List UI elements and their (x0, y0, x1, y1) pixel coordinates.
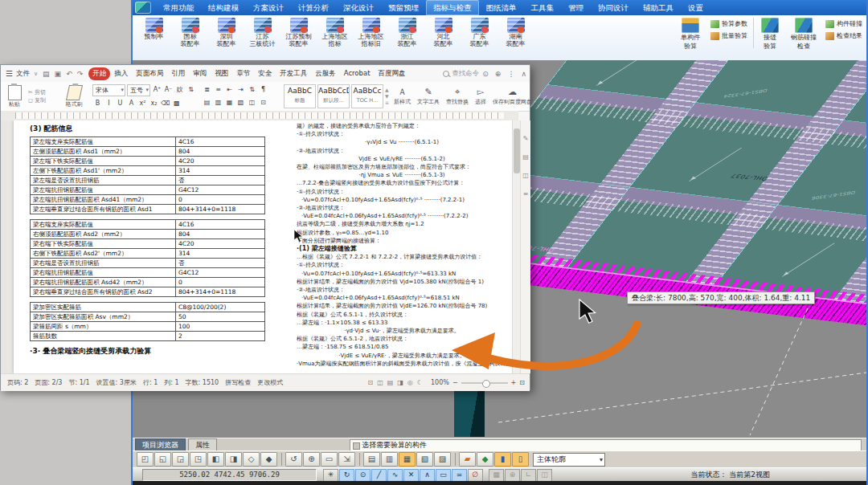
perpendicular-snap-icon[interactable]: ▭ (436, 469, 451, 482)
ribbon-tab[interactable]: 管理 (561, 0, 591, 15)
file-menu[interactable]: 文件 (16, 69, 30, 79)
justify-icon[interactable]: ▧ (235, 97, 246, 108)
snap-settings-icon[interactable]: ✳ (323, 469, 338, 482)
comment-icon[interactable]: ◫ (522, 172, 529, 179)
ribbon-tab[interactable]: 指标与检查 (426, 0, 479, 15)
font-name-select[interactable]: 宋体 (92, 84, 125, 96)
search-command[interactable]: 查找命令 (443, 69, 479, 79)
wps-tab[interactable]: 章节 (232, 67, 254, 80)
line-spacing-icon[interactable]: ⇅ (247, 84, 257, 96)
ribbon-button[interactable]: 广东 装配率 (461, 16, 497, 50)
edit-icon[interactable]: ✎ (523, 135, 529, 142)
concrete-column[interactable] (454, 389, 485, 437)
new-style-icon[interactable]: Ａ 新样式 (394, 87, 411, 106)
shaded-edges-icon[interactable]: ▧ (416, 452, 433, 467)
find-replace-icon[interactable]: ⌖ 查找替换 (446, 87, 469, 106)
snap-off-icon[interactable]: ∅ (468, 469, 483, 482)
app-logo-icon[interactable] (135, 2, 151, 14)
toc-icon[interactable]: ≡ (523, 190, 529, 198)
zoom-extents-icon[interactable]: ⇲ (338, 452, 355, 467)
font-size-select[interactable]: 五号 (127, 84, 150, 96)
ribbon-tab[interactable]: 辅助工具 (636, 0, 681, 15)
ribbon-small-button[interactable]: 检查结果 (825, 31, 864, 40)
scrollbar-thumb[interactable] (514, 128, 520, 173)
borders-icon[interactable]: ⊡ (258, 97, 268, 108)
ribbon-tab[interactable]: 预留预埋 (381, 0, 426, 15)
ribbon-tab[interactable]: 协同设计 (591, 0, 636, 15)
ribbon-small-button[interactable]: 批量验算 (710, 31, 749, 40)
italic-icon[interactable]: I (104, 98, 114, 109)
redo-icon[interactable]: ↷ (77, 70, 84, 78)
chevron-down-icon[interactable]: ∨ (34, 71, 38, 77)
viewport-split-icon[interactable]: ◫ (537, 469, 552, 482)
phonetic-icon[interactable]: 妏 (174, 84, 185, 96)
grow-font-icon[interactable]: A⁺ (152, 84, 162, 96)
ribbon-button[interactable]: 湖南 装配率 (497, 16, 534, 50)
view-cube-right-icon[interactable]: ◲ (172, 452, 189, 467)
ribbon-button[interactable]: 河北 装配率 (425, 16, 461, 50)
outline-icon[interactable]: ▤ (522, 153, 529, 161)
ribbon-small-button[interactable]: 验算参数 (710, 19, 749, 28)
ribbon-tab[interactable]: 工具集 (524, 0, 562, 15)
joint-check-button[interactable]: 接缝 验算 (755, 16, 784, 51)
format-painter-button[interactable]: 格式刷 (60, 85, 88, 108)
zoom-slider-knob[interactable] (482, 380, 490, 388)
erase-display-icon[interactable]: ◆ (477, 452, 493, 467)
parallel-snap-icon[interactable]: ≃ (452, 469, 467, 482)
columns-icon[interactable]: ◫ (247, 97, 257, 108)
ribbon-button[interactable]: 江苏预制 装配率 (280, 16, 317, 50)
view-cube-left-icon[interactable]: ◧ (207, 452, 224, 467)
more-icon[interactable]: ⋮ (507, 70, 514, 78)
wps-tab[interactable]: Acrobat (340, 67, 375, 80)
wireframe-icon[interactable]: ▤ (363, 452, 380, 467)
panel-tab[interactable]: 项目浏览器 (135, 438, 186, 451)
wps-tab[interactable]: 开始 (88, 67, 110, 80)
align-right-icon[interactable]: ▦ (224, 97, 235, 108)
zoom-slider[interactable] (461, 382, 508, 384)
document-area[interactable]: (3) 配筋信息 梁左端支座实际配筋值4C16左侧顶筋配筋面积 Asd1（mm2… (1, 120, 520, 373)
view-cube-back-icon[interactable]: ◳ (190, 452, 207, 467)
print-layout-icon[interactable]: ▤ (387, 379, 394, 386)
ribbon-tab[interactable]: 图纸清单 (479, 0, 524, 15)
vertical-scrollbar[interactable] (512, 120, 520, 373)
intersection-snap-icon[interactable]: ✕ (403, 469, 419, 482)
wps-tab[interactable]: 百度网盘 (375, 67, 410, 80)
slab-display-icon[interactable]: ▰ (459, 452, 476, 467)
midpoint-snap-icon[interactable]: ∧ (420, 469, 435, 482)
ribbon-button[interactable]: 深圳 装配率 (208, 16, 244, 50)
clear-format-icon[interactable]: ⌫ (160, 98, 170, 109)
eye-protect-icon[interactable]: ◎ (407, 379, 413, 386)
style-preset[interactable]: AaBbCc TOC H... (351, 84, 383, 108)
ribbon-tab[interactable]: 常用功能 (156, 0, 201, 15)
ucs-icon[interactable]: ⊕ (505, 469, 520, 482)
help-icon[interactable]: ⊕ (495, 70, 502, 78)
style-preset[interactable]: AaBbCcDd 默认段... (317, 84, 350, 108)
zoom-window-icon[interactable]: ▭ (321, 452, 338, 467)
web-layout-icon[interactable]: ◨ (397, 379, 403, 386)
align-left-icon[interactable]: ▤ (202, 97, 212, 108)
outline-display-icon[interactable]: ▯ (512, 452, 529, 467)
style-preset[interactable]: AaBbC 标题 (284, 84, 316, 108)
column-display-icon[interactable]: ▮ (494, 452, 511, 467)
wps-tab[interactable]: 插入 (110, 67, 132, 80)
document-page[interactable]: (3) 配筋信息 梁左端支座实际配筋值4C16左侧顶筋配筋面积 Asd1（mm2… (14, 120, 512, 373)
select-icon[interactable]: ▻ 选择 (475, 87, 486, 106)
ribbon-button[interactable]: 上海地区 指标旧 (353, 16, 389, 50)
ribbon-tab[interactable]: 方案设计 (246, 0, 291, 15)
view-cube-top-icon[interactable]: ◰ (137, 452, 154, 467)
subscript-icon[interactable]: x₂ (149, 98, 159, 109)
collapse-ribbon-icon[interactable]: ∧ (521, 70, 526, 78)
cut-button[interactable]: ✂ 剪切 (28, 88, 60, 96)
view-iso-se-icon[interactable]: ◆ (260, 452, 277, 467)
zoom-out-button[interactable]: − (452, 379, 458, 386)
pan-icon[interactable]: ⊕ (303, 452, 320, 467)
rebar-clash-check-button[interactable]: 钢筋碰撞 检查 (784, 16, 823, 51)
show-marks-icon[interactable]: ¶ (258, 84, 268, 96)
outdent-icon[interactable]: ⇤ (224, 84, 235, 96)
copy-button[interactable]: ◻ 复制 (28, 96, 60, 104)
ribbon-button[interactable]: 上海地区 指标 (317, 16, 353, 50)
wps-tab[interactable]: 安全 (254, 67, 276, 80)
align-center-icon[interactable]: ▥ (213, 97, 223, 108)
zoom-in-button[interactable]: + (511, 379, 517, 386)
shrink-font-icon[interactable]: A⁻ (163, 84, 174, 96)
